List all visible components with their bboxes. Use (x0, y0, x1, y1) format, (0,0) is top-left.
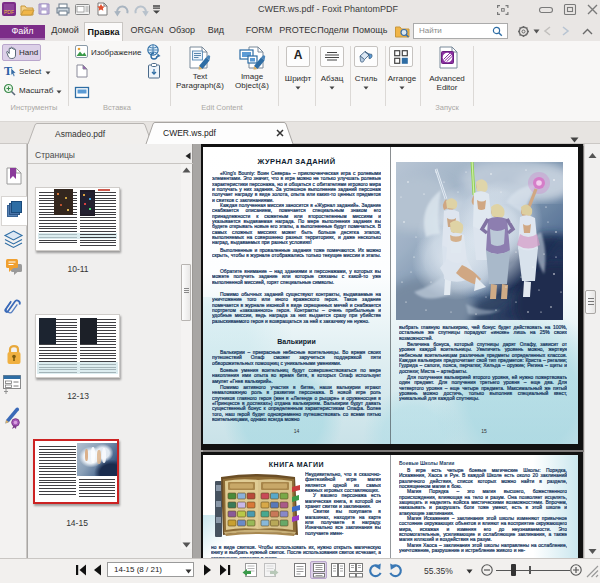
svg-text:PDF: PDF (4, 9, 14, 15)
